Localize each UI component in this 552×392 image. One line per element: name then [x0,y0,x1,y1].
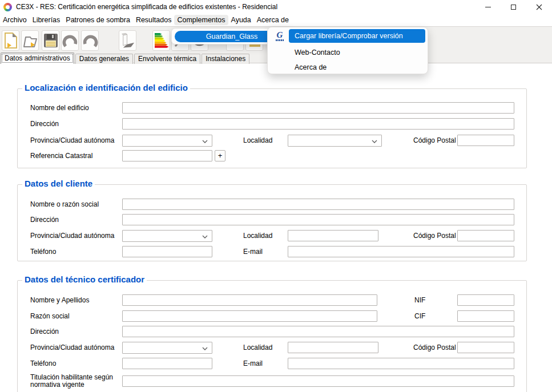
tech-cif-input[interactable] [457,310,514,322]
save-button[interactable] [42,30,59,51]
tech-nif-input[interactable] [457,294,514,306]
client-locality-input[interactable] [288,230,378,241]
tech-postal-label: Código Postal [413,342,456,353]
client-postal-label: Código Postal [413,230,456,241]
app-icon [3,3,12,11]
section-title: Datos del cliente [22,179,95,188]
chevron-down-icon [202,140,208,143]
client-name-label: Nombre o razón social [30,199,99,210]
building-address-input[interactable] [122,118,514,130]
menu-librerias[interactable]: Librerías [30,15,63,25]
menu-acerca-de[interactable]: Acerca de [254,15,292,25]
tab-datos-generales[interactable]: Datos generales [75,54,133,64]
client-phone-label: Teléfono [30,246,56,257]
menu-item-web-contacto[interactable]: Web-Contacto [270,49,340,56]
tech-province-select[interactable] [122,342,212,354]
section-datos-cliente: Datos del cliente Nombre o razón social … [17,184,527,261]
menu-resultados[interactable]: Resultados [133,15,175,25]
building-cadastral-label: Referencia Catastral [30,150,92,161]
client-email-input[interactable] [288,246,514,257]
tech-phone-input[interactable] [122,358,212,369]
tech-company-input[interactable] [122,310,377,322]
chevron-down-icon [372,140,377,143]
chevron-down-icon [202,235,208,239]
building-name-label: Nombre del edificio [30,102,89,114]
building-locality-label: Localidad [243,135,272,146]
tech-locality-label: Localidad [243,342,272,353]
menu-archivo[interactable]: Archivo [0,15,30,25]
save-icon [43,33,58,48]
building-postal-input[interactable] [457,135,514,146]
tech-qualification-input[interactable] [122,375,514,387]
new-file-button[interactable] [2,30,19,51]
redo-button[interactable] [81,30,99,51]
menu-item-acerca-de[interactable]: Acerca de [270,63,327,71]
redo-icon [82,33,98,48]
client-postal-input[interactable] [457,230,514,241]
client-phone-input[interactable] [122,246,212,257]
new-file-icon [3,32,18,49]
building-address-label: Dirección [30,118,59,130]
client-address-label: Dirección [30,214,59,225]
client-province-select[interactable] [122,230,212,242]
menu-patrones-de-sombra[interactable]: Patrones de sombra [63,15,133,25]
add-cadastral-button[interactable]: + [215,150,225,161]
tech-name-input[interactable] [122,294,377,306]
energy-label-button[interactable] [152,30,170,51]
building-postal-label: Código Postal [413,135,456,146]
shadow-pattern-icon [119,33,136,49]
tech-nif-label: NIF [414,294,425,306]
menu-ayuda[interactable]: Ayuda [228,15,254,25]
energy-label-icon [154,33,169,49]
guardian-glass-logo-icon: G [272,30,287,42]
tech-address-input[interactable] [122,326,514,337]
tech-province-label: Provincia/Ciudad autónoma [30,342,114,353]
tech-email-label: E-mail [243,358,263,369]
tech-postal-input[interactable] [457,342,514,353]
menu-item-cargar-libreria[interactable]: Cargar librería/Comprobar versión [289,29,425,43]
section-title: Localización e identificación del edific… [22,83,190,92]
section-title: Datos del técnico certificador [22,274,147,284]
building-province-select[interactable] [122,135,212,147]
undo-button[interactable] [61,30,79,51]
tab-datos-administrativos[interactable]: Datos administrativos [1,52,74,64]
tech-email-input[interactable] [288,358,514,369]
ce3x-window: { "window": { "title": "CE3X - RES: Cert… [0,0,552,392]
guardian-glass-label: Guardian_Glass [206,33,257,41]
chevron-down-icon [202,347,208,350]
shadow-pattern-button[interactable] [119,30,136,51]
client-address-input[interactable] [122,214,514,225]
open-file-button[interactable] [21,30,39,51]
title-bar: CE3X - RES: Certificación energética sim… [0,0,552,14]
close-button[interactable] [526,0,552,14]
maximize-button[interactable] [501,0,526,14]
client-locality-label: Localidad [243,230,272,241]
tech-qualification-label: Titulación habilitante según normativa v… [30,374,122,389]
tech-name-label: Nombre y Apellidos [30,294,89,306]
building-cadastral-input[interactable] [122,150,212,161]
client-name-input[interactable] [122,199,514,210]
minimize-button[interactable] [475,0,501,14]
tech-company-label: Razón social [30,310,70,322]
menu-bar: Archivo Librerías Patrones de sombra Res… [0,14,552,26]
window-title: CE3X - RES: Certificación energética sim… [16,3,277,11]
guardian-glass-submenu: G Cargar librería/Comprobar versión Web-… [267,27,428,74]
tab-strip: Datos administrativos Datos generales En… [1,52,251,64]
section-localizacion: Localización e identificación del edific… [17,88,527,168]
tech-phone-label: Teléfono [30,358,56,369]
tab-instalaciones[interactable]: Instalaciones [202,54,249,64]
open-file-icon [22,33,38,49]
building-province-label: Provincia/Ciudad autónoma [30,135,114,146]
tech-locality-input[interactable] [288,342,378,353]
tab-envolvente-termica[interactable]: Envolvente térmica [134,54,200,64]
building-name-input[interactable] [122,102,514,114]
section-tecnico-certificador: Datos del técnico certificador Nombre y … [17,280,527,392]
client-province-label: Provincia/Ciudad autónoma [30,230,114,241]
client-email-label: E-mail [243,246,263,257]
building-locality-select[interactable] [288,135,382,147]
undo-icon [62,33,78,48]
menu-complementos[interactable]: Complementos [174,15,228,25]
tech-cif-label: CIF [414,310,425,322]
tech-address-label: Dirección [30,326,59,337]
